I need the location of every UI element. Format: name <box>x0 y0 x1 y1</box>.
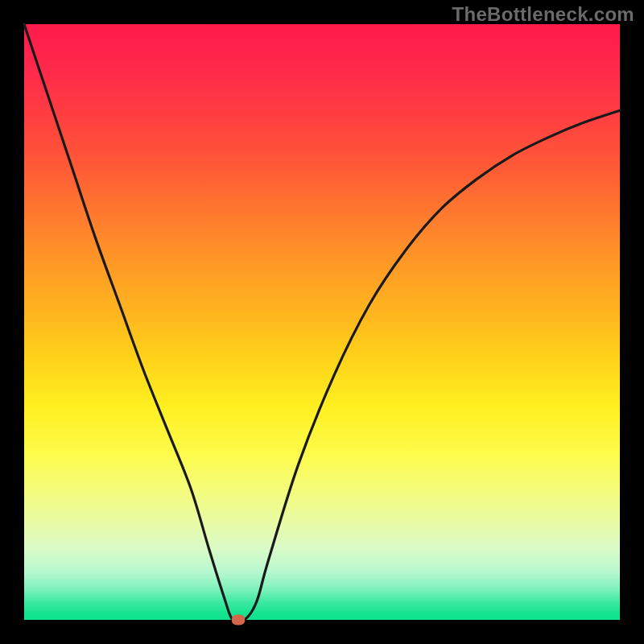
optimum-marker <box>232 615 245 625</box>
bottleneck-curve <box>24 24 620 622</box>
plot-area <box>24 24 620 620</box>
curve-layer <box>24 24 620 620</box>
chart-frame: TheBottleneck.com <box>0 0 644 644</box>
watermark-text: TheBottleneck.com <box>452 3 634 26</box>
